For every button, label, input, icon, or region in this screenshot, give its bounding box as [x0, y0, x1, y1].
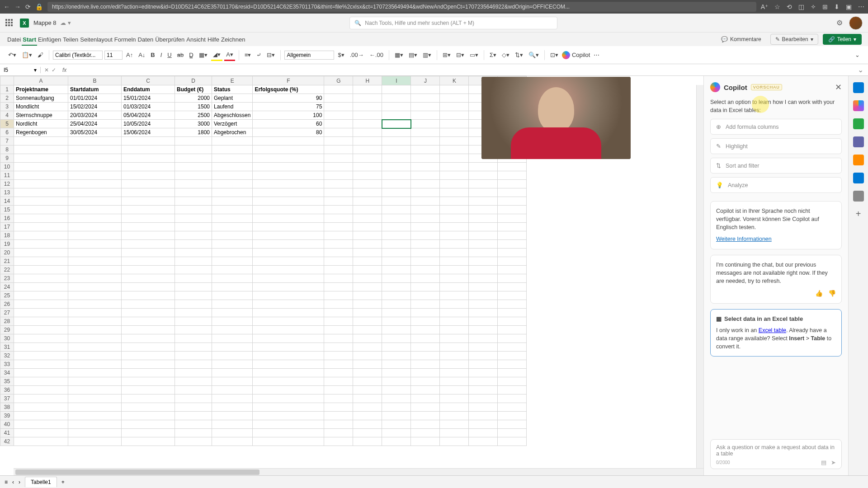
cell-A34[interactable]	[14, 369, 68, 377]
cell-C4[interactable]: 05/04/2024	[122, 111, 175, 120]
cell-J32[interactable]	[411, 352, 440, 360]
fill-color-button[interactable]: ◢▾	[211, 49, 222, 61]
cell-K31[interactable]	[440, 343, 469, 352]
cell-F8[interactable]	[253, 145, 324, 154]
cell-B24[interactable]	[68, 283, 122, 291]
cell-J3[interactable]	[411, 103, 440, 111]
cell-Q42[interactable]	[469, 437, 498, 446]
cell-Q29[interactable]	[469, 326, 498, 334]
cell-R14[interactable]	[498, 197, 527, 206]
cell-E5[interactable]: Verzögert	[212, 120, 253, 128]
cell-F11[interactable]	[253, 171, 324, 180]
cell-H5[interactable]	[353, 120, 382, 128]
cell-C13[interactable]	[122, 188, 175, 197]
cell-Q16[interactable]	[469, 214, 498, 223]
cell-E12[interactable]	[212, 180, 253, 188]
cell-G13[interactable]	[324, 188, 353, 197]
underline-button[interactable]: U	[165, 50, 173, 60]
cell-G15[interactable]	[324, 206, 353, 214]
format-table-button[interactable]: ▤▾	[407, 50, 419, 60]
cell-A9[interactable]	[14, 154, 68, 163]
close-copilot-button[interactable]: ✕	[835, 82, 842, 92]
cell-A1[interactable]: Projektname	[14, 85, 68, 94]
row-header-39[interactable]: 39	[0, 412, 14, 420]
cell-Q36[interactable]	[469, 386, 498, 394]
cell-I13[interactable]	[382, 188, 411, 197]
cell-A13[interactable]	[14, 188, 68, 197]
cell-K18[interactable]	[440, 231, 469, 240]
cell-C5[interactable]: 10/05/2024	[122, 120, 175, 128]
cell-E1[interactable]: Status	[212, 85, 253, 94]
cell-G31[interactable]	[324, 343, 353, 352]
row-header-27[interactable]: 27	[0, 309, 14, 317]
favorite-icon[interactable]: ☆	[774, 3, 780, 10]
cell-I25[interactable]	[382, 291, 411, 300]
read-aloud-icon[interactable]: A⁺	[761, 3, 768, 10]
cell-I2[interactable]	[382, 94, 411, 103]
cell-G11[interactable]	[324, 171, 353, 180]
cell-D1[interactable]: Budget (€)	[175, 85, 212, 94]
menu-teilen[interactable]: Teilen	[62, 34, 79, 45]
cell-A4[interactable]: Sternschnuppe	[14, 111, 68, 120]
cell-H38[interactable]	[353, 403, 382, 412]
cell-H25[interactable]	[353, 291, 382, 300]
cell-H33[interactable]	[353, 360, 382, 369]
cell-D35[interactable]	[175, 377, 212, 386]
cell-F21[interactable]	[253, 257, 324, 266]
cell-I11[interactable]	[382, 171, 411, 180]
excel-table-link[interactable]: Excel table	[759, 327, 786, 333]
col-header-F[interactable]: F	[253, 76, 324, 85]
cell-K3[interactable]	[440, 103, 469, 111]
cell-E10[interactable]	[212, 163, 253, 171]
row-header-17[interactable]: 17	[0, 223, 14, 231]
col-header-E[interactable]: E	[212, 76, 253, 85]
cell-Q30[interactable]	[469, 334, 498, 343]
cell-I27[interactable]	[382, 309, 411, 317]
cell-D34[interactable]	[175, 369, 212, 377]
cell-A41[interactable]	[14, 429, 68, 437]
cell-Q20[interactable]	[469, 249, 498, 257]
cell-E28[interactable]	[212, 317, 253, 326]
cell-J6[interactable]	[411, 128, 440, 137]
cell-R38[interactable]	[498, 403, 527, 412]
cell-A24[interactable]	[14, 283, 68, 291]
more-ribbon-button[interactable]: ⋯	[592, 50, 601, 60]
col-header-K[interactable]: K	[440, 76, 469, 85]
cell-H27[interactable]	[353, 309, 382, 317]
cell-E42[interactable]	[212, 437, 253, 446]
cell-G14[interactable]	[324, 197, 353, 206]
cell-H14[interactable]	[353, 197, 382, 206]
cell-G2[interactable]	[324, 94, 353, 103]
cell-G7[interactable]	[324, 137, 353, 145]
cell-H13[interactable]	[353, 188, 382, 197]
cell-F15[interactable]	[253, 206, 324, 214]
cell-G18[interactable]	[324, 231, 353, 240]
cell-I6[interactable]	[382, 128, 411, 137]
row-header-16[interactable]: 16	[0, 214, 14, 223]
cell-H18[interactable]	[353, 231, 382, 240]
decrease-font-button[interactable]: A↓	[137, 50, 147, 60]
cell-G8[interactable]	[324, 145, 353, 154]
cell-H4[interactable]	[353, 111, 382, 120]
cell-B22[interactable]	[68, 266, 122, 274]
cell-D21[interactable]	[175, 257, 212, 266]
cell-R27[interactable]	[498, 309, 527, 317]
row-header-3[interactable]: 3	[0, 103, 14, 111]
cell-K38[interactable]	[440, 403, 469, 412]
cell-G16[interactable]	[324, 214, 353, 223]
cell-E7[interactable]	[212, 137, 253, 145]
cell-F27[interactable]	[253, 309, 324, 317]
cell-D37[interactable]	[175, 394, 212, 403]
cell-C26[interactable]	[122, 300, 175, 309]
align-button[interactable]: ≡▾	[243, 50, 253, 60]
cell-G22[interactable]	[324, 266, 353, 274]
cell-D11[interactable]	[175, 171, 212, 180]
cell-G19[interactable]	[324, 240, 353, 249]
cell-K11[interactable]	[440, 171, 469, 180]
cell-J27[interactable]	[411, 309, 440, 317]
cell-A31[interactable]	[14, 343, 68, 352]
cell-C27[interactable]	[122, 309, 175, 317]
cell-C42[interactable]	[122, 437, 175, 446]
cell-K41[interactable]	[440, 429, 469, 437]
cell-K22[interactable]	[440, 266, 469, 274]
